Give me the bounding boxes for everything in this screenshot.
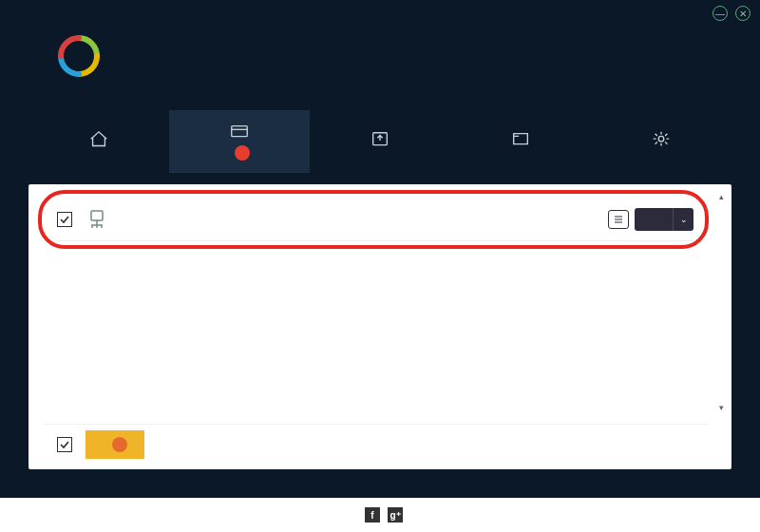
svg-point-3 (658, 136, 663, 141)
close-button[interactable]: ✕ (735, 6, 750, 21)
tab-settings[interactable] (591, 110, 732, 173)
tab-home[interactable] (28, 110, 169, 173)
driver-row-featured[interactable]: ⌄ (57, 198, 694, 241)
scroll-down-icon[interactable]: ▾ (714, 403, 728, 416)
backup-icon (370, 130, 390, 147)
minimize-button[interactable]: — (712, 6, 728, 21)
svg-rect-4 (91, 211, 103, 220)
app-logo-area (57, 34, 114, 78)
restore-icon (510, 130, 531, 147)
driver-list-panel: ⌄ ▴ ▾ (28, 184, 732, 469)
update-button[interactable]: ⌄ (635, 208, 694, 231)
row-checkbox[interactable] (57, 212, 72, 227)
tab-driver-updates[interactable] (169, 110, 310, 173)
download-bar (44, 424, 709, 464)
download-all-checkbox[interactable] (57, 437, 72, 452)
details-icon[interactable] (608, 210, 629, 229)
updates-count-badge (235, 145, 250, 161)
download-install-button[interactable] (86, 430, 144, 459)
tab-restore[interactable] (450, 110, 591, 173)
update-button-caret[interactable]: ⌄ (673, 208, 694, 231)
scrollbar[interactable]: ▴ ▾ (714, 192, 728, 416)
main-nav (28, 110, 732, 173)
footer: f g⁺ (0, 498, 760, 532)
tab-backup[interactable] (310, 110, 450, 173)
app-logo-icon (57, 34, 101, 78)
facebook-icon[interactable]: f (365, 507, 380, 522)
settings-icon (651, 130, 672, 147)
download-count-badge (112, 437, 127, 452)
home-icon (88, 130, 109, 147)
updates-icon (229, 123, 250, 140)
scroll-up-icon[interactable]: ▴ (714, 192, 728, 205)
googleplus-icon[interactable]: g⁺ (388, 507, 403, 522)
network-adapter-icon (86, 208, 108, 231)
svg-rect-0 (232, 126, 247, 137)
